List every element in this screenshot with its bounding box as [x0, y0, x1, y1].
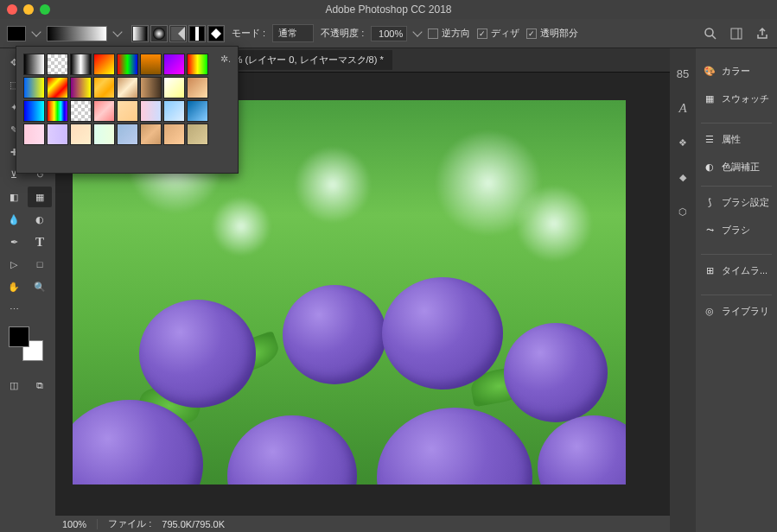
chevron-down-icon[interactable]: [112, 27, 122, 36]
gradient-preset-8[interactable]: [23, 77, 45, 98]
mode-label: モード :: [232, 27, 265, 40]
gradient-preset-25[interactable]: [47, 124, 68, 145]
share-icon[interactable]: [755, 26, 770, 41]
transparency-checkbox[interactable]: 透明部分: [526, 27, 578, 40]
gradient-preset-3[interactable]: [93, 54, 115, 75]
timeline-icon: ⊞: [703, 263, 716, 277]
gradient-preset-13[interactable]: [140, 77, 162, 98]
diamond-gradient-icon[interactable]: [207, 25, 225, 42]
path-select-tool[interactable]: ▷: [2, 254, 26, 275]
gradient-preset-2[interactable]: [70, 54, 92, 75]
gradient-preset-27[interactable]: [93, 124, 115, 145]
dither-checkbox[interactable]: ディザ: [477, 27, 519, 40]
blur-tool[interactable]: 💧: [2, 209, 26, 230]
gradient-preset-30[interactable]: [163, 124, 185, 145]
chevron-down-icon[interactable]: [413, 27, 423, 36]
gradient-preset-19[interactable]: [93, 100, 115, 122]
linear-gradient-icon[interactable]: [131, 25, 149, 42]
mode-select[interactable]: 通常: [272, 24, 314, 42]
radial-gradient-icon[interactable]: [150, 25, 168, 42]
gradient-tool[interactable]: ▦: [28, 187, 52, 207]
channels-icon[interactable]: ◆: [675, 169, 691, 185]
shape-tool[interactable]: □: [28, 254, 52, 275]
gradient-preset-10[interactable]: [70, 77, 92, 98]
zoom-tool[interactable]: 🔍: [28, 276, 52, 297]
gradient-preset-6[interactable]: [163, 54, 185, 75]
svg-line-7: [712, 35, 716, 39]
gradient-preset-28[interactable]: [117, 124, 138, 145]
gradient-preset-1[interactable]: [47, 54, 68, 75]
panel-brush-settings[interactable]: ⟆ブラシ設定: [701, 186, 772, 214]
angle-gradient-icon[interactable]: [169, 25, 187, 42]
panel-timeline[interactable]: ⊞タイムラ...: [701, 254, 772, 282]
zoom-level[interactable]: 100%: [62, 519, 98, 529]
svg-point-6: [705, 28, 713, 36]
gradient-preset-24[interactable]: [23, 124, 45, 145]
gradient-preset-7[interactable]: [187, 54, 208, 75]
foreground-color[interactable]: [9, 326, 29, 347]
panel-swatch[interactable]: ▦スウォッチ: [701, 86, 772, 111]
color-swatches[interactable]: [9, 326, 43, 361]
titlebar: Adobe Photoshop CC 2018: [0, 0, 777, 19]
gradient-preset-31[interactable]: [187, 124, 208, 145]
panel-icon-strip: 85 A ❖ ◆ ⬡: [670, 48, 696, 532]
screenmode-icon[interactable]: ⧉: [28, 375, 52, 396]
gradient-preset-5[interactable]: [140, 54, 162, 75]
status-bar: 100% ファイル : 795.0K/795.0K: [55, 515, 670, 532]
gradient-preset-grid: [23, 54, 231, 145]
gradient-preset-22[interactable]: [163, 100, 185, 122]
type-tool[interactable]: T: [28, 231, 52, 252]
layers-icon[interactable]: ❖: [675, 135, 691, 150]
gradient-preset-29[interactable]: [140, 124, 162, 145]
search-icon[interactable]: [703, 26, 718, 41]
grid-icon: ▦: [703, 92, 716, 105]
gradient-preset-21[interactable]: [140, 100, 162, 122]
brush-icon: ⤳: [703, 223, 716, 237]
reflected-gradient-icon[interactable]: [188, 25, 206, 42]
brush-settings-icon: ⟆: [703, 195, 716, 209]
gradient-preset-18[interactable]: [70, 100, 92, 122]
glyphs-icon[interactable]: 85: [675, 66, 691, 81]
gradient-preview[interactable]: [47, 26, 107, 41]
pen-tool[interactable]: ✒: [2, 231, 26, 252]
gradient-preset-0[interactable]: [23, 54, 45, 75]
gradient-preset-12[interactable]: [117, 77, 138, 98]
opacity-input[interactable]: 100%: [371, 26, 407, 41]
gradient-preset-9[interactable]: [47, 77, 68, 98]
foreground-swatch[interactable]: [7, 26, 26, 41]
gradient-preset-16[interactable]: [23, 100, 45, 122]
gradient-preset-20[interactable]: [117, 100, 138, 122]
gradient-preset-26[interactable]: [70, 124, 92, 145]
gradient-preset-4[interactable]: [117, 54, 138, 75]
panel-adjustments[interactable]: ◐色調補正: [701, 155, 772, 179]
panel-color[interactable]: 🎨カラー: [701, 59, 772, 83]
hand-tool[interactable]: ✋: [2, 276, 26, 297]
gradient-preset-11[interactable]: [93, 77, 115, 98]
svg-point-1: [153, 28, 165, 40]
paths-icon[interactable]: ⬡: [675, 204, 691, 219]
workspace-icon[interactable]: [729, 26, 744, 41]
options-bar: モード : 通常 不透明度 : 100% 逆方向 ディザ 透明部分: [0, 19, 777, 48]
more-tools[interactable]: ⋯: [2, 299, 26, 320]
quickmask-icon[interactable]: ◫: [2, 375, 26, 396]
gradient-preset-15[interactable]: [187, 77, 208, 98]
reverse-checkbox[interactable]: 逆方向: [428, 27, 470, 40]
gradient-preset-23[interactable]: [187, 100, 208, 122]
svg-rect-8: [731, 28, 742, 39]
gradient-preset-17[interactable]: [47, 100, 68, 122]
panel-brush[interactable]: ⤳ブラシ: [701, 218, 772, 242]
gear-icon[interactable]: ✲.: [220, 54, 231, 65]
half-circle-icon: ◐: [703, 160, 716, 174]
app-title: Adobe Photoshop CC 2018: [0, 3, 777, 16]
gradient-type-buttons: [131, 25, 225, 42]
panel-library[interactable]: ◎ライブラリ: [701, 294, 772, 323]
panel-properties[interactable]: ☰属性: [701, 123, 772, 151]
chevron-down-icon[interactable]: [31, 27, 41, 36]
right-panels: 85 A ❖ ◆ ⬡ 🎨カラー ▦スウォッチ ☰属性 ◐色調補正 ⟆ブラシ設定 …: [670, 48, 777, 532]
palette-icon: 🎨: [703, 64, 716, 78]
character-icon[interactable]: A: [675, 100, 691, 116]
svg-rect-0: [133, 27, 147, 41]
eraser-tool[interactable]: ◧: [2, 187, 26, 207]
gradient-preset-14[interactable]: [163, 77, 185, 98]
dodge-tool[interactable]: ◐: [28, 209, 52, 230]
